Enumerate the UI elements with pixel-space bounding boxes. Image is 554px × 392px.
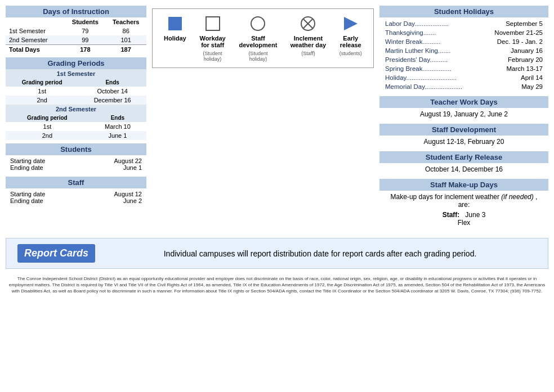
holiday-date: January 16 [482, 47, 544, 55]
doi-header: Days of Instruction [6, 6, 146, 17]
holiday-row: Memorial Day.....................May 29 [384, 83, 544, 91]
students-start-row: Starting date August 22 [10, 157, 142, 164]
staff-development-value: August 12-18, February 20 [379, 136, 548, 148]
legend-staff-dev: Staff development (Student holiday) [239, 15, 277, 62]
gp2-col-period: Grading period [6, 114, 89, 122]
teacher-work-days-header: Teacher Work Days [379, 96, 548, 108]
student-early-release-section: Student Early Release October 14, Decemb… [379, 151, 548, 175]
staff-end-row: Ending date June 2 [10, 197, 142, 204]
students-end-label: Ending date [10, 164, 43, 171]
doi-row-2-teachers: 101 [105, 35, 146, 45]
holiday-date: Dec. 19 - Jan. 2 [482, 38, 544, 46]
inclement-icon [299, 15, 317, 33]
gp-s1-r2-period: 2nd [6, 96, 78, 105]
gp-col-period: Grading period [6, 78, 78, 87]
gp-s2-r2-ends: June 1 [89, 131, 146, 140]
doi-col-students: Students [65, 17, 105, 26]
table-row: Total Days 178 187 [6, 45, 146, 55]
doi-col-teachers: Teachers [105, 17, 146, 26]
staff-header: Staff [6, 177, 146, 188]
gp-s1-r2-ends: December 16 [78, 96, 146, 105]
students-dates: Starting date August 22 Ending date June… [6, 155, 146, 173]
holiday-row: Labor Day...................September 5 [384, 20, 544, 28]
report-cards-text: Individual campuses will report distribu… [104, 249, 537, 258]
holiday-row: Spring Break................March 13-17 [384, 65, 544, 73]
holiday-date: November 21-25 [482, 29, 544, 37]
gp-s2-r1-period: 1st [6, 122, 89, 131]
gp-s1-r1-period: 1st [6, 87, 78, 96]
svg-rect-1 [206, 17, 220, 30]
staff-dev-icon [249, 15, 267, 33]
disclaimer: The Conroe Independent School District (… [6, 273, 548, 297]
holiday-name: Holiday............................ [384, 74, 481, 82]
table-row: 1st October 14 [6, 87, 146, 96]
staff-makeup-header: Staff Make-up Days [379, 179, 548, 191]
svg-rect-0 [168, 17, 182, 30]
doi-table: Students Teachers 1st Semester 79 86 2nd… [6, 17, 146, 54]
table-row: 1st Semester 79 86 [6, 26, 146, 35]
staff-makeup-section: Staff Make-up Days Make-up days for incl… [379, 179, 548, 229]
doi-total-teachers: 187 [105, 45, 146, 55]
student-early-release-header: Student Early Release [379, 151, 548, 163]
holiday-name: Spring Break................ [384, 65, 481, 73]
students-end-value: June 1 [123, 164, 142, 171]
students-start-value: August 22 [114, 157, 142, 164]
students-section: Students Starting date August 22 Ending … [6, 143, 146, 173]
semester1-header: 1st Semester [6, 69, 146, 78]
legend-workday-label: Workday for staff [198, 35, 228, 48]
legend-box: Holiday Workday for staff (Student holid… [152, 8, 374, 68]
doi-row-1-students: 79 [65, 26, 105, 35]
table-row: 2nd June 1 [6, 131, 146, 140]
doi-row-1-teachers: 86 [105, 26, 146, 35]
legend-staff-dev-label: Staff development [239, 35, 277, 48]
report-cards-badge: Report Cards [17, 244, 95, 263]
staff-section: Staff Starting date August 12 Ending dat… [6, 177, 146, 206]
gp-s1-r1-ends: October 14 [78, 87, 146, 96]
legend-staff-dev-sublabel: (Student holiday) [239, 51, 277, 62]
holiday-icon [166, 15, 184, 33]
doi-row-1-label: 1st Semester [6, 26, 65, 35]
student-holidays-table: Labor Day...................September 5T… [379, 17, 548, 93]
workday-icon [204, 15, 222, 33]
report-cards-section: Report Cards Individual campuses will re… [6, 238, 548, 269]
staff-development-section: Staff Development August 12-18, February… [379, 124, 548, 148]
holiday-date: February 20 [482, 56, 544, 64]
grading-periods-header: Grading Periods [6, 57, 146, 69]
table-row: 2nd December 16 [6, 96, 146, 105]
makeup-desc-text: Make-up days for inclement weather [391, 193, 499, 201]
makeup-content: Make-up days for inclement weather (if n… [379, 191, 548, 229]
legend-workday: Workday for staff (Student holiday) [198, 15, 228, 62]
holiday-name: Presidents' Day.......... [384, 56, 481, 64]
holiday-row: Holiday............................April… [384, 74, 544, 82]
staff-start-value: August 12 [114, 191, 142, 197]
teacher-work-days-section: Teacher Work Days August 19, January 2, … [379, 96, 548, 120]
days-of-instruction-section: Days of Instruction Students Teachers 1s… [6, 6, 146, 54]
staff-end-label: Ending date [10, 197, 43, 204]
svg-point-2 [251, 17, 265, 30]
makeup-flex-value: Flex [458, 219, 471, 227]
holiday-date: September 5 [482, 20, 544, 28]
grading-table-s2: Grading period Ends 1st March 10 2nd Jun… [6, 114, 146, 140]
doi-total-students: 178 [65, 45, 105, 55]
makeup-italic: (if needed) [501, 193, 533, 201]
holiday-row: Martin Luther King.......January 16 [384, 47, 544, 55]
holiday-row: Winter Break..........Dec. 19 - Jan. 2 [384, 38, 544, 46]
holiday-name: Thanksgiving....... [384, 29, 481, 37]
legend-holiday: Holiday [164, 15, 186, 42]
legend-early-release-label: Early release [339, 35, 362, 48]
holiday-name: Labor Day................... [384, 20, 481, 28]
table-row: 1st March 10 [6, 122, 146, 131]
makeup-description: Make-up days for inclement weather (if n… [384, 193, 544, 209]
doi-row-2-students: 99 [65, 35, 105, 45]
semester2-header: 2nd Semester [6, 105, 146, 114]
gp-s2-r1-ends: March 10 [89, 122, 146, 131]
holiday-name: Winter Break.......... [384, 38, 481, 46]
table-row: 2nd Semester 99 101 [6, 35, 146, 45]
grading-periods-section: Grading Periods 1st Semester Grading per… [6, 57, 146, 140]
right-column: Student Holidays Labor Day..............… [379, 6, 548, 232]
legend-holiday-label: Holiday [164, 35, 186, 42]
main-content: Days of Instruction Students Teachers 1s… [6, 6, 548, 232]
early-release-icon [342, 15, 360, 33]
page: Days of Instruction Students Teachers 1s… [0, 0, 554, 303]
student-early-release-value: October 14, December 16 [379, 163, 548, 175]
